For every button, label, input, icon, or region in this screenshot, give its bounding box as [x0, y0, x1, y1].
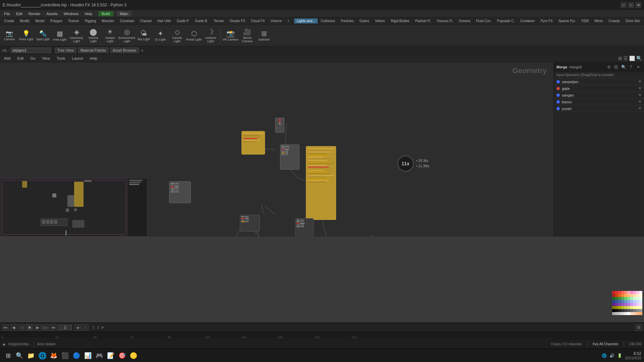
audio-btn[interactable]: ♪: [82, 324, 89, 331]
realtime-btn[interactable]: ◈: [74, 324, 81, 331]
start-button[interactable]: ⊞: [3, 350, 13, 361]
palette-cell[interactable]: [627, 312, 630, 315]
palette-cell[interactable]: [624, 306, 627, 309]
panel-help-icon[interactable]: ?: [628, 64, 634, 70]
minimize-button[interactable]: ─: [621, 2, 627, 8]
palette-cell[interactable]: [612, 306, 615, 309]
op-x-yusan[interactable]: ✕: [638, 106, 641, 111]
palette-cell[interactable]: [627, 291, 630, 294]
app4-button[interactable]: 📝: [105, 350, 116, 361]
node-box-gray-1[interactable]: [280, 144, 300, 170]
palette-cell[interactable]: [621, 291, 624, 294]
palette-cell[interactable]: [624, 291, 627, 294]
palette-cell[interactable]: [615, 303, 618, 306]
cat-crowds[interactable]: Crowds: [606, 18, 623, 23]
palette-cell[interactable]: [636, 306, 639, 309]
distant-light-tool[interactable]: ☀ Distant Light: [102, 26, 118, 45]
cat-modify[interactable]: Modify: [17, 18, 32, 23]
cat-populate-c[interactable]: Populate C.: [494, 18, 517, 23]
palette-cell[interactable]: [624, 309, 627, 312]
timeline-stop[interactable]: ■: [26, 324, 33, 331]
palette-cell[interactable]: [627, 300, 630, 303]
app3-button[interactable]: 🎮: [94, 350, 105, 361]
node-canvas[interactable]: Geometry: [0, 62, 553, 237]
systray-volume[interactable]: 🔊: [609, 353, 614, 358]
cat-simple-fx[interactable]: Simple FX: [227, 18, 248, 23]
palette-cell[interactable]: [633, 306, 636, 309]
node-box-gold-main[interactable]: [306, 146, 336, 220]
camera-tool[interactable]: 📷 Camera: [1, 26, 17, 45]
palette-cell[interactable]: [636, 300, 639, 303]
cat-more[interactable]: +: [285, 18, 292, 23]
view-thumb-btn[interactable]: ⬜: [629, 56, 635, 61]
cat-wires[interactable]: Wires: [592, 18, 606, 23]
status-auto-update[interactable]: Auto Update: [37, 342, 56, 346]
palette-cell[interactable]: [627, 303, 630, 306]
palette-cell[interactable]: [612, 303, 615, 306]
cat-volume[interactable]: Volume: [268, 18, 284, 23]
palette-cell[interactable]: [630, 312, 633, 315]
timeline-step-back[interactable]: ◀: [10, 324, 17, 331]
cat-cloud-fx[interactable]: Cloud FX: [248, 18, 268, 23]
palette-cell[interactable]: [612, 309, 615, 312]
palette-cell[interactable]: [612, 300, 615, 303]
cat-texture[interactable]: Texture: [65, 18, 82, 23]
palette-cell[interactable]: [621, 309, 624, 312]
palette-cell[interactable]: [618, 294, 621, 297]
spot-light-tool[interactable]: 🔦 Spot Light: [35, 26, 51, 45]
cat-sparse-pyr[interactable]: Sparse Pyr.: [556, 18, 579, 23]
palette-cell[interactable]: [615, 294, 618, 297]
cat-model[interactable]: Model: [33, 18, 47, 23]
edit-edit[interactable]: Edit: [15, 56, 26, 61]
gi-light-tool[interactable]: ✦ GI Light: [152, 26, 168, 45]
palette-cell[interactable]: [621, 294, 624, 297]
op-row-yusan[interactable]: yusan ✕: [554, 105, 644, 112]
palette-cell[interactable]: [618, 306, 621, 309]
palette-cell[interactable]: [618, 297, 621, 300]
node-box-small-1[interactable]: [169, 181, 191, 203]
cat-grains[interactable]: Grains: [357, 18, 372, 23]
op-x-gajia[interactable]: ✕: [638, 86, 641, 90]
palette-cell[interactable]: [612, 294, 615, 297]
op-row-gajia[interactable]: gajia ✕: [554, 85, 644, 92]
palette-cell[interactable]: [621, 312, 624, 315]
cat-viscous-fl[interactable]: Viscous Fl.: [434, 18, 456, 23]
timeline-play-fast[interactable]: ▷▷: [42, 324, 49, 331]
panel-search-icon[interactable]: 🔍: [621, 64, 627, 70]
cat-charact[interactable]: Charact: [137, 18, 154, 23]
palette-cell[interactable]: [621, 306, 624, 309]
palette-cell[interactable]: [624, 303, 627, 306]
palette-cell[interactable]: [639, 306, 642, 309]
palette-cell[interactable]: [636, 294, 639, 297]
asset-browser-btn[interactable]: Asset Browser: [110, 48, 139, 53]
palette-cell[interactable]: [633, 300, 636, 303]
edit-view[interactable]: View: [40, 56, 52, 61]
cat-container[interactable]: Container: [518, 18, 537, 23]
palette-cell[interactable]: [633, 297, 636, 300]
palette-cell[interactable]: [621, 300, 624, 303]
palette-cell[interactable]: [630, 306, 633, 309]
cat-polygon[interactable]: Polygon: [48, 18, 65, 23]
cat-particle-fl[interactable]: Particle Fl.: [413, 18, 434, 23]
obsidian-button[interactable]: ⬛: [60, 350, 70, 361]
palette-cell[interactable]: [618, 300, 621, 303]
switcher-tool[interactable]: ⊞ Switcher: [256, 26, 272, 45]
cat-create[interactable]: Create: [1, 18, 17, 23]
ambient-light-tool[interactable]: ☽ Ambient Light: [203, 26, 219, 45]
palette-cell[interactable]: [618, 291, 621, 294]
cat-particles[interactable]: Particles: [338, 18, 356, 23]
op-x-basou[interactable]: ✕: [638, 100, 641, 104]
palette-cell[interactable]: [630, 309, 633, 312]
cat-terrain[interactable]: Terrain: [211, 18, 227, 23]
palette-cell[interactable]: [630, 300, 633, 303]
palette-cell[interactable]: [618, 309, 621, 312]
panel-chain-icon[interactable]: ⛓: [613, 64, 619, 70]
palette-cell[interactable]: [636, 297, 639, 300]
palette-cell[interactable]: [615, 312, 618, 315]
vr-camera-tool[interactable]: 📸 VR Camera: [222, 26, 238, 45]
palette-cell[interactable]: [636, 303, 639, 306]
op-x-sanpeijian[interactable]: ✕: [638, 79, 641, 84]
op-x-sangan[interactable]: ✕: [638, 93, 641, 97]
palette-cell[interactable]: [621, 297, 624, 300]
cat-lights[interactable]: Lights and...: [294, 18, 318, 23]
